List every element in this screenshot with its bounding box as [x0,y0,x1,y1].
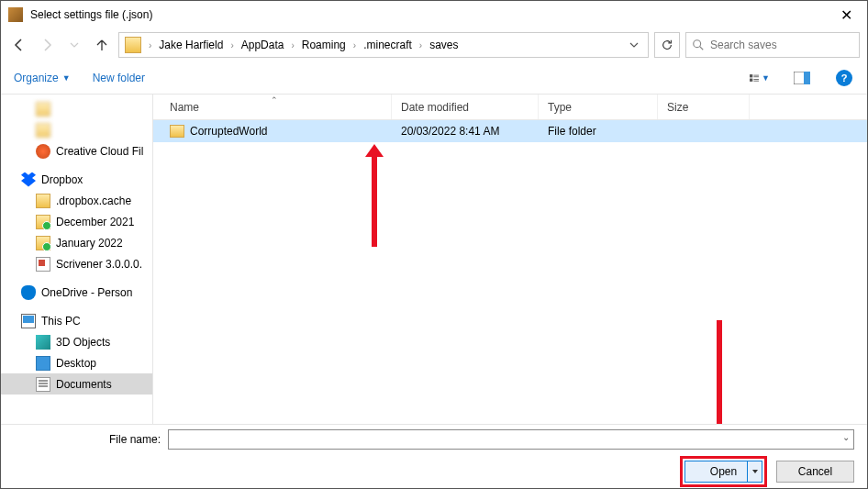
sidebar-item-desktop[interactable]: Desktop [1,352,152,373]
bottom-panel: File name: ⌄ Open Cancel [1,424,867,488]
sidebar: Creative Cloud Fil Dropbox .dropbox.cach… [1,94,152,424]
help-button[interactable]: ? [834,68,854,88]
svg-line-1 [700,47,704,50]
help-icon: ? [836,70,852,86]
breadcrumb[interactable]: Roaming [298,37,350,53]
svg-rect-5 [750,78,752,81]
column-header-date[interactable]: Date modified [392,94,539,119]
main-area: Creative Cloud Fil Dropbox .dropbox.cach… [1,94,867,424]
column-header-type[interactable]: Type [539,94,658,119]
sidebar-item-label: Desktop [56,357,96,370]
3d-icon [36,335,50,350]
address-dropdown-icon[interactable] [626,40,642,50]
search-box[interactable] [685,32,860,58]
button-row: Open Cancel [1,450,867,489]
folder-icon [125,37,141,53]
folder-icon [36,194,50,208]
search-input[interactable] [710,39,853,51]
file-type-cell: File folder [539,125,658,138]
organize-button[interactable]: Organize ▼ [14,72,71,84]
refresh-button[interactable] [654,32,680,58]
sidebar-item-label: This PC [41,315,81,328]
organize-label: Organize [14,72,59,84]
sidebar-item[interactable]: January 2022 [1,232,152,253]
sidebar-item-scrivener[interactable]: Scrivener 3.0.0.0. [1,253,152,274]
chevron-down-icon: ▼ [62,73,71,83]
sidebar-item-onedrive[interactable]: OneDrive - Person [1,282,152,303]
newfolder-button[interactable]: New folder [93,72,145,84]
sidebar-item-label: 3D Objects [56,336,110,349]
sidebar-item-label: Dropbox [41,173,83,186]
close-icon[interactable]: ✕ [833,6,860,24]
sidebar-item-dropbox[interactable]: Dropbox [1,169,152,190]
sidebar-item[interactable]: December 2021 [1,211,152,232]
sidebar-item-label: December 2021 [56,216,134,228]
sidebar-item-documents[interactable]: Documents [1,373,152,395]
svg-rect-6 [753,79,759,80]
chevron-down-icon[interactable]: ⌄ [842,432,850,442]
breadcrumb[interactable]: saves [426,37,462,53]
sidebar-item-3dobjects[interactable]: 3D Objects [1,331,152,352]
open-button[interactable]: Open [684,461,762,483]
open-label: Open [710,465,737,478]
scrivener-icon [36,257,50,272]
chevron-icon[interactable]: › [289,40,295,50]
svg-point-0 [694,40,701,48]
breadcrumb[interactable]: .minecraft [360,37,416,53]
folder-icon [36,102,50,117]
sidebar-item[interactable] [1,119,152,140]
sidebar-item-creativecloud[interactable]: Creative Cloud Fil [1,140,152,161]
annotation-arrow [717,320,722,430]
sidebar-item-label: Documents [56,378,112,391]
window-title: Select settings file (.json) [30,8,833,21]
sidebar-item[interactable] [1,98,152,119]
forward-button[interactable] [36,34,58,56]
up-button[interactable] [91,34,113,56]
creativecloud-icon [36,144,50,159]
annotation-highlight: Open [680,456,767,487]
dropbox-icon [21,172,36,187]
filename-input[interactable]: ⌄ [168,429,854,450]
cancel-label: Cancel [798,465,832,478]
breadcrumb[interactable]: Jake Harfield [155,37,227,53]
pc-icon [21,314,36,328]
chevron-icon[interactable]: › [417,40,424,50]
sidebar-item-thispc[interactable]: This PC [1,310,152,331]
back-button[interactable] [8,34,30,56]
chevron-icon[interactable]: › [228,40,235,50]
preview-pane-button[interactable] [792,68,812,88]
folder-icon [170,125,184,138]
breadcrumb[interactable]: AppData [238,37,288,53]
folder-sync-icon [36,215,50,229]
cancel-button[interactable]: Cancel [776,461,854,483]
chevron-icon[interactable]: › [147,40,153,50]
titlebar: Select settings file (.json) ✕ [1,1,867,28]
sidebar-item-label: OneDrive - Person [41,286,132,299]
search-icon [692,39,705,51]
chevron-icon[interactable]: › [351,40,358,50]
open-split-dropdown[interactable] [747,461,762,482]
view-button[interactable]: ▼ [750,68,770,88]
column-headers: ⌃ Name Date modified Type Size [153,94,867,120]
sort-indicator-icon: ⌃ [271,95,278,105]
desktop-icon [36,356,50,371]
chevron-down-icon: ▼ [762,73,770,83]
svg-rect-4 [753,76,759,77]
file-list: ⌃ Name Date modified Type Size Corrupted… [152,94,867,424]
app-icon [8,7,23,22]
column-header-size[interactable]: Size [658,94,750,119]
sidebar-item-label: Scrivener 3.0.0.0. [56,258,142,271]
toolbar: Organize ▼ New folder ▼ ? [1,61,867,94]
sidebar-item-label: January 2022 [56,237,123,250]
folder-sync-icon [36,236,50,250]
sidebar-item-label: .dropbox.cache [56,194,131,207]
newfolder-label: New folder [93,72,145,84]
folder-icon [36,123,50,138]
sidebar-item[interactable]: .dropbox.cache [1,190,152,211]
address-bar[interactable]: › Jake Harfield › AppData › Roaming › .m… [118,32,649,58]
filename-field[interactable] [172,430,835,449]
nav-row: › Jake Harfield › AppData › Roaming › .m… [1,28,867,61]
recent-dropdown-icon[interactable] [63,34,85,56]
svg-rect-9 [804,72,810,84]
file-row[interactable]: CorruptedWorld 20/03/2022 8:41 AM File f… [153,120,867,142]
